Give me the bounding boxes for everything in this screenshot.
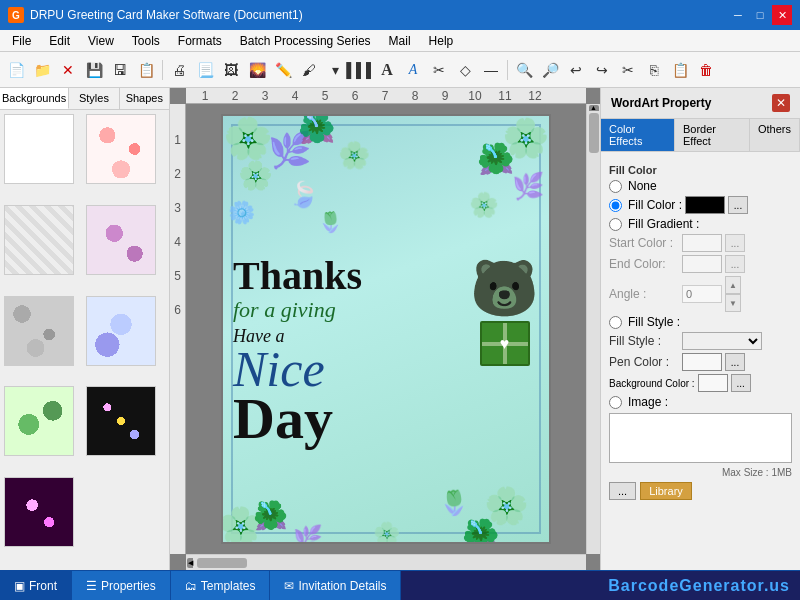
bg-thumb-5[interactable]: [4, 296, 74, 366]
toolbar-cut[interactable]: ✂: [616, 58, 640, 82]
fill-color-swatch[interactable]: [685, 196, 725, 214]
menu-file[interactable]: File: [4, 32, 39, 50]
v-scroll-thumb[interactable]: [589, 113, 599, 153]
fill-style-select[interactable]: [682, 332, 762, 350]
image-radio[interactable]: [609, 396, 622, 409]
fill-gradient-radio[interactable]: [609, 218, 622, 231]
canvas-scroll[interactable]: 🌸 🌿 🌺 🌸 🍃 🌼 🌸 🌷 🌸 🌺 🌿 🌸: [186, 104, 586, 554]
main-area: Backgrounds Styles Shapes 1 2 3 4 5 6 7 …: [0, 88, 800, 570]
toolbar-save[interactable]: 💾: [82, 58, 106, 82]
toolbar-delete[interactable]: 🗑: [694, 58, 718, 82]
menu-view[interactable]: View: [80, 32, 122, 50]
panel-title-text: WordArt Property: [611, 96, 711, 110]
bg-thumb-8[interactable]: [86, 386, 156, 456]
panel-title-bar: WordArt Property ✕: [601, 88, 800, 119]
app-icon: G: [8, 7, 24, 23]
h-scroll-thumb[interactable]: [197, 558, 247, 568]
bg-color-swatch[interactable]: [698, 374, 728, 392]
templates-icon: 🗂: [185, 579, 197, 593]
greeting-card: 🌸 🌿 🌺 🌸 🍃 🌼 🌸 🌷 🌸 🌺 🌿 🌸: [221, 114, 551, 544]
text-thanks: Thanks: [233, 256, 362, 296]
status-front-button[interactable]: ▣ Front: [0, 571, 72, 600]
status-properties-label: Properties: [101, 579, 156, 593]
bg-thumb-2[interactable]: [86, 114, 156, 184]
toolbar-print2[interactable]: 📃: [193, 58, 217, 82]
toolbar-redo[interactable]: ↪: [590, 58, 614, 82]
right-panel: WordArt Property ✕ Color Effects Border …: [600, 88, 800, 570]
minimize-button[interactable]: ─: [728, 5, 748, 25]
toolbar-dropdown[interactable]: ▾: [323, 58, 347, 82]
toolbar-open[interactable]: 📁: [30, 58, 54, 82]
toolbar-shape[interactable]: ◇: [453, 58, 477, 82]
menu-edit[interactable]: Edit: [41, 32, 78, 50]
image-preview-area[interactable]: [609, 413, 792, 463]
bg-thumb-1[interactable]: [4, 114, 74, 184]
toolbar-clip[interactable]: ✂: [427, 58, 451, 82]
bg-thumb-6[interactable]: [86, 296, 156, 366]
v-scrollbar[interactable]: ▲: [586, 104, 600, 554]
angle-input: [682, 285, 722, 303]
bg-color-dots-button[interactable]: ...: [731, 374, 751, 392]
fill-none-radio[interactable]: [609, 180, 622, 193]
toolbar-pen[interactable]: ✏️: [271, 58, 295, 82]
tab-backgrounds[interactable]: Backgrounds: [0, 88, 69, 109]
bg-thumb-7[interactable]: [4, 386, 74, 456]
bg-thumb-9[interactable]: [4, 477, 74, 547]
menu-mail[interactable]: Mail: [381, 32, 419, 50]
toolbar-line[interactable]: —: [479, 58, 503, 82]
status-properties-button[interactable]: ☰ Properties: [72, 571, 171, 600]
angle-label: Angle :: [609, 287, 679, 301]
maximize-button[interactable]: □: [750, 5, 770, 25]
toolbar-save2[interactable]: 🖫: [108, 58, 132, 82]
flower-decoration-top-right: 🌸 🌺 🌿 🌸: [414, 114, 551, 241]
bg-thumb-4[interactable]: [86, 205, 156, 275]
toolbar-undo[interactable]: ↩: [564, 58, 588, 82]
image-radio-row: Image :: [609, 395, 792, 409]
menu-formats[interactable]: Formats: [170, 32, 230, 50]
dots-button-bottom[interactable]: ...: [609, 482, 636, 500]
menu-tools[interactable]: Tools: [124, 32, 168, 50]
toolbar-new[interactable]: 📄: [4, 58, 28, 82]
toolbar-save3[interactable]: 📋: [134, 58, 158, 82]
angle-row: Angle : ▲ ▼: [609, 276, 792, 312]
tab-border-effect[interactable]: Border Effect: [675, 119, 750, 151]
menu-batch[interactable]: Batch Processing Series: [232, 32, 379, 50]
toolbar-close-x[interactable]: ✕: [56, 58, 80, 82]
toolbar-image2[interactable]: 🌄: [245, 58, 269, 82]
tab-styles[interactable]: Styles: [69, 88, 119, 109]
tab-color-effects[interactable]: Color Effects: [601, 119, 675, 151]
angle-down-button: ▼: [725, 294, 741, 312]
fill-color-dots-button[interactable]: ...: [728, 196, 748, 214]
pen-color-swatch[interactable]: [682, 353, 722, 371]
bg-color-row: Background Color : ...: [609, 374, 792, 392]
toolbar-print[interactable]: 🖨: [167, 58, 191, 82]
window-title: DRPU Greeting Card Maker Software (Docum…: [30, 8, 303, 22]
top-ruler: 1 2 3 4 5 6 7 8 9 10 11 12: [186, 88, 586, 104]
h-scrollbar[interactable]: ◀: [186, 554, 586, 570]
toolbar-barcode[interactable]: ▌▌▌: [349, 58, 373, 82]
toolbar-zoom1[interactable]: 🔍: [512, 58, 536, 82]
toolbar-copy[interactable]: ⎘: [642, 58, 666, 82]
toolbar-zoom2[interactable]: 🔎: [538, 58, 562, 82]
panel-close-button[interactable]: ✕: [772, 94, 790, 112]
toolbar-paste[interactable]: 📋: [668, 58, 692, 82]
close-button[interactable]: ✕: [772, 5, 792, 25]
fill-style-radio[interactable]: [609, 316, 622, 329]
pen-color-dots-button[interactable]: ...: [725, 353, 745, 371]
panel-tabs: Color Effects Border Effect Others: [601, 119, 800, 152]
library-button[interactable]: Library: [640, 482, 692, 500]
fill-none-row: None: [609, 179, 792, 193]
menu-help[interactable]: Help: [421, 32, 462, 50]
fill-style-option-label: Fill Style :: [628, 315, 680, 329]
tab-shapes[interactable]: Shapes: [120, 88, 169, 109]
fill-color-radio[interactable]: [609, 199, 622, 212]
toolbar-wordart[interactable]: A: [401, 58, 425, 82]
toolbar-brush[interactable]: 🖌: [297, 58, 321, 82]
status-templates-button[interactable]: 🗂 Templates: [171, 571, 271, 600]
tab-others[interactable]: Others: [750, 119, 800, 151]
bg-thumb-3[interactable]: [4, 205, 74, 275]
titlebar: G DRPU Greeting Card Maker Software (Doc…: [0, 0, 800, 30]
toolbar-text[interactable]: A: [375, 58, 399, 82]
status-invitation-button[interactable]: ✉ Invitation Details: [270, 571, 401, 600]
toolbar-image[interactable]: 🖼: [219, 58, 243, 82]
